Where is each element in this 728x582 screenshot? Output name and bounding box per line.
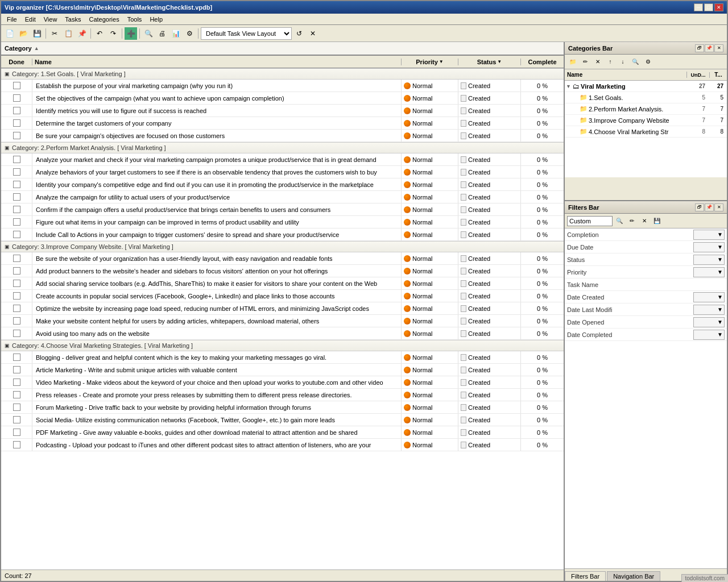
- layout-dropdown[interactable]: Default Task View Layout: [201, 27, 292, 40]
- task-done-cell[interactable]: [1, 439, 32, 451]
- panel-close-btn[interactable]: ✕: [714, 44, 723, 52]
- cat-filter-btn[interactable]: 🔍: [630, 57, 641, 67]
- menu-help[interactable]: Help: [146, 15, 166, 23]
- menu-categories[interactable]: Categories: [85, 15, 122, 23]
- task-done-cell[interactable]: [1, 401, 32, 413]
- task-done-cell[interactable]: [1, 203, 32, 215]
- category-sort-bar[interactable]: Category ▲: [1, 42, 564, 56]
- filter-apply-btn[interactable]: 🔍: [614, 216, 625, 226]
- task-checkbox[interactable]: [13, 280, 20, 287]
- filter-dropdown[interactable]: ▼: [693, 242, 725, 252]
- tb-copy-btn[interactable]: 📋: [62, 27, 75, 40]
- task-checkbox[interactable]: [13, 181, 20, 188]
- cat-up-btn[interactable]: ↑: [605, 57, 616, 67]
- category-group-header[interactable]: ▣Category: 2.Perform Market Analysis. [ …: [1, 142, 564, 153]
- filter-name-input[interactable]: [567, 216, 613, 226]
- task-checkbox[interactable]: [13, 292, 20, 300]
- task-checkbox[interactable]: [13, 168, 20, 176]
- filter-dropdown[interactable]: ▼: [693, 317, 725, 327]
- task-checkbox[interactable]: [13, 193, 20, 201]
- th-priority[interactable]: Priority ▼: [402, 59, 458, 65]
- menu-tasks[interactable]: Tasks: [61, 15, 84, 23]
- cat-tree-item[interactable]: ▼ 🗂 Viral Marketing 27 27: [565, 81, 727, 92]
- filter-dropdown[interactable]: ▼: [693, 230, 725, 240]
- minimize-button[interactable]: ─: [694, 3, 703, 11]
- tb-layout-btn[interactable]: ↺: [293, 27, 305, 40]
- task-done-cell[interactable]: [1, 153, 32, 165]
- tb-btn5[interactable]: 🔍: [142, 27, 155, 40]
- tb-open-btn[interactable]: 📂: [17, 27, 30, 40]
- filter-dropdown[interactable]: ▼: [693, 267, 725, 277]
- task-checkbox[interactable]: [13, 132, 20, 139]
- category-group-header[interactable]: ▣Category: 1.Set Goals. [ Viral Marketin…: [1, 68, 564, 80]
- tb-add-task-btn[interactable]: ➕: [125, 27, 137, 40]
- th-name[interactable]: Name: [32, 59, 402, 65]
- task-checkbox[interactable]: [13, 206, 20, 213]
- tb-btn8[interactable]: ⚙: [183, 27, 196, 40]
- cat-tree-item[interactable]: 📁 4.Choose Viral Marketing Str 8 8: [565, 126, 727, 138]
- th-complete[interactable]: Complete: [521, 59, 564, 65]
- task-done-cell[interactable]: [1, 302, 32, 314]
- filter-save-btn[interactable]: 💾: [651, 216, 663, 226]
- cat-edit-btn[interactable]: ✏: [580, 57, 591, 67]
- task-done-cell[interactable]: [1, 105, 32, 117]
- cat-del-btn[interactable]: ✕: [592, 57, 603, 67]
- tb-new-btn[interactable]: 📄: [3, 27, 16, 40]
- task-checkbox[interactable]: [13, 119, 20, 127]
- filter-dropdown[interactable]: ▼: [693, 305, 725, 315]
- task-checkbox[interactable]: [13, 218, 20, 226]
- menu-file[interactable]: File: [3, 15, 20, 23]
- task-done-cell[interactable]: [1, 252, 32, 264]
- filters-close-btn[interactable]: ✕: [714, 203, 723, 211]
- task-checkbox[interactable]: [13, 317, 20, 325]
- task-checkbox[interactable]: [13, 82, 20, 89]
- cat-tree-item[interactable]: 📁 3.Improve Company Website 7 7: [565, 115, 727, 126]
- tb-btn6[interactable]: 🖨: [156, 27, 168, 40]
- tb-undo-btn[interactable]: ↶: [93, 27, 106, 40]
- task-done-cell[interactable]: [1, 327, 32, 339]
- task-checkbox[interactable]: [13, 404, 20, 411]
- tab-navigation-bar[interactable]: Navigation Bar: [607, 571, 660, 581]
- cat-settings-btn[interactable]: ⚙: [642, 57, 653, 67]
- task-done-cell[interactable]: [1, 265, 32, 277]
- task-done-cell[interactable]: [1, 92, 32, 104]
- task-checkbox[interactable]: [13, 416, 20, 423]
- filter-dropdown[interactable]: ▼: [693, 330, 725, 340]
- task-done-cell[interactable]: [1, 290, 32, 302]
- task-checkbox[interactable]: [13, 156, 20, 163]
- tb-paste-btn[interactable]: 📌: [76, 27, 88, 40]
- task-checkbox[interactable]: [13, 255, 20, 262]
- panel-restore-btn[interactable]: 🗗: [695, 44, 704, 52]
- tab-filters-bar[interactable]: Filters Bar: [565, 571, 606, 581]
- task-done-cell[interactable]: [1, 376, 32, 388]
- task-checkbox[interactable]: [13, 441, 20, 448]
- maximize-button[interactable]: □: [704, 3, 713, 11]
- th-status[interactable]: Status ▼: [458, 59, 521, 65]
- task-checkbox[interactable]: [13, 366, 20, 373]
- task-done-cell[interactable]: [1, 364, 32, 376]
- panel-float-btn[interactable]: 📌: [705, 44, 714, 52]
- menu-edit[interactable]: Edit: [22, 15, 39, 23]
- tb-redo-btn[interactable]: ↷: [107, 27, 119, 40]
- filter-dropdown[interactable]: ▼: [693, 292, 725, 302]
- task-checkbox[interactable]: [13, 107, 20, 114]
- filters-float-btn[interactable]: 📌: [705, 203, 714, 211]
- task-checkbox[interactable]: [13, 330, 20, 337]
- cat-dn-btn[interactable]: ↓: [617, 57, 628, 67]
- cat-tree-item[interactable]: 📁 2.Perform Market Analysis. 7 7: [565, 103, 727, 115]
- category-group-header[interactable]: ▣Category: 3.Improve Company Website. [ …: [1, 241, 564, 252]
- filter-dropdown[interactable]: ▼: [693, 255, 725, 265]
- cat-new-btn[interactable]: 📁: [567, 57, 578, 67]
- task-done-cell[interactable]: [1, 191, 32, 203]
- tb-layout-del-btn[interactable]: ✕: [307, 27, 319, 40]
- th-done[interactable]: Done: [1, 59, 32, 65]
- filters-restore-btn[interactable]: 🗗: [695, 203, 704, 211]
- task-done-cell[interactable]: [1, 389, 32, 401]
- task-done-cell[interactable]: [1, 426, 32, 438]
- tb-cut-btn[interactable]: ✂: [48, 27, 61, 40]
- tb-btn7[interactable]: 📊: [169, 27, 182, 40]
- filter-del-btn[interactable]: ✕: [639, 216, 650, 226]
- cat-tree-expand-btn[interactable]: ▼: [566, 84, 573, 89]
- menu-tools[interactable]: Tools: [124, 15, 146, 23]
- tb-save-btn[interactable]: 💾: [31, 27, 43, 40]
